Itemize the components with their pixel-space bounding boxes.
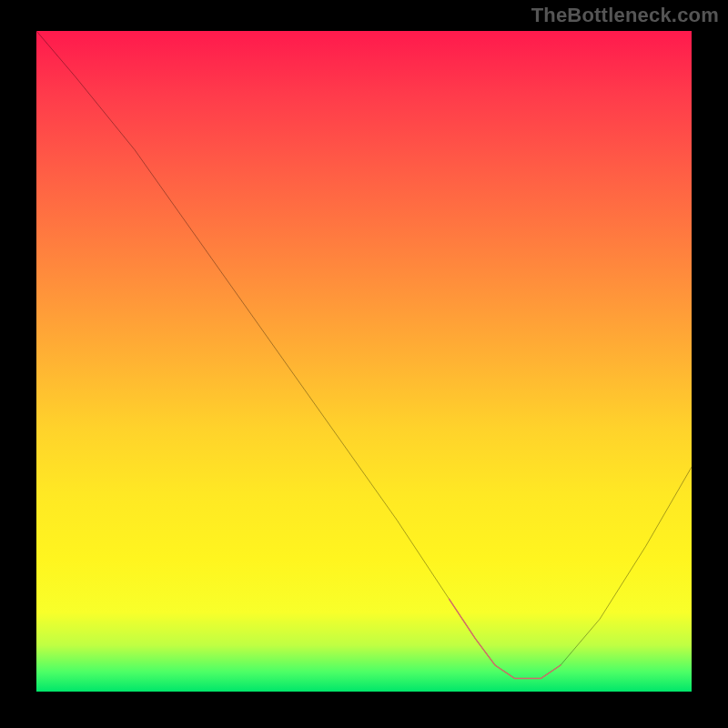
bottleneck-curve	[36, 31, 692, 678]
optimal-range-highlight	[450, 599, 561, 678]
plot-area	[36, 31, 692, 692]
chart-svg	[36, 31, 692, 692]
watermark-text: TheBottleneck.com	[531, 4, 719, 27]
chart-frame: TheBottleneck.com	[0, 0, 728, 728]
